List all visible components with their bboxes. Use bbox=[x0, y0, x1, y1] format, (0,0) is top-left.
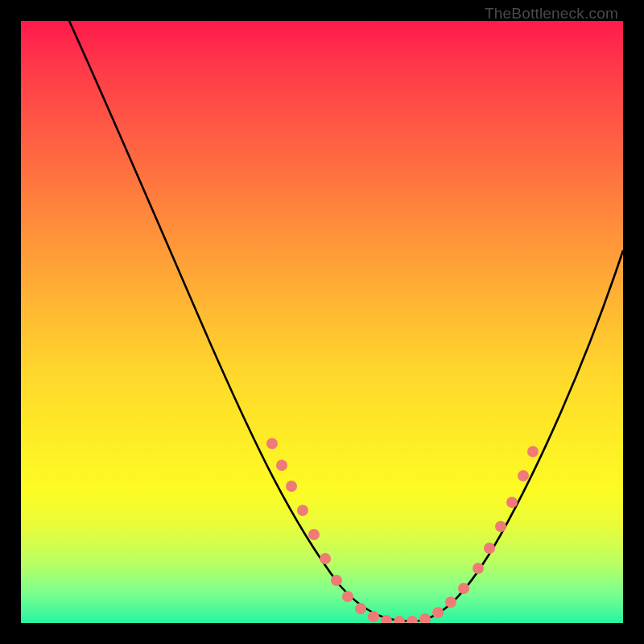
marker-dot bbox=[458, 583, 469, 594]
marker-dot bbox=[266, 438, 278, 449]
marker-dot bbox=[368, 611, 379, 622]
curve-layer bbox=[21, 21, 623, 623]
marker-dot bbox=[276, 460, 287, 471]
marker-dot bbox=[297, 505, 308, 516]
plot-area bbox=[21, 21, 623, 623]
marker-dot bbox=[331, 575, 342, 586]
marker-group bbox=[266, 438, 539, 623]
marker-dot bbox=[432, 607, 444, 618]
marker-dot bbox=[342, 591, 353, 602]
marker-dot bbox=[286, 481, 297, 492]
marker-dot bbox=[473, 563, 484, 574]
marker-dot bbox=[495, 521, 506, 532]
marker-dot bbox=[355, 603, 366, 614]
marker-dot bbox=[419, 613, 431, 623]
marker-dot bbox=[506, 497, 518, 508]
bottleneck-curve bbox=[69, 21, 623, 621]
marker-dot bbox=[484, 543, 495, 554]
marker-dot bbox=[518, 470, 529, 481]
attribution-label: TheBottleneck.com bbox=[485, 5, 618, 23]
marker-dot bbox=[527, 446, 539, 457]
marker-dot bbox=[445, 597, 456, 608]
marker-dot bbox=[394, 616, 405, 623]
marker-dot bbox=[308, 529, 320, 540]
marker-dot bbox=[407, 616, 418, 623]
outer-frame: TheBottleneck.com bbox=[0, 0, 644, 644]
marker-dot bbox=[320, 553, 331, 564]
